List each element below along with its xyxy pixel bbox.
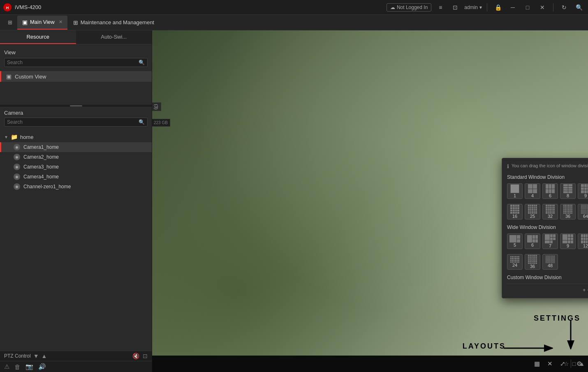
div-label-32: 32: [548, 214, 553, 219]
camera-label-3: Camera3_home: [23, 164, 59, 170]
ptz-bar: PTZ Control ▼ ▲ 🔇 ⊡: [0, 351, 152, 361]
camera-search-container: 🔍: [0, 118, 152, 132]
cam-status-icon-3: ◉: [14, 164, 20, 170]
restore-button[interactable]: □: [522, 2, 533, 13]
grid-icon[interactable]: ⊞: [3, 16, 16, 29]
ptz-down-arrow[interactable]: ▼: [33, 353, 39, 359]
panel-tab-autoswitch[interactable]: Auto-Swi...: [76, 30, 152, 44]
custom-division-title: Custom Window Division: [507, 275, 588, 280]
wide-btn-12[interactable]: 12: [578, 233, 588, 249]
monitor-button[interactable]: ⊡: [449, 2, 461, 13]
minimize-button[interactable]: ─: [507, 2, 519, 13]
folder-home[interactable]: ▼ 📁 home: [0, 132, 152, 142]
view-section: View 🔍: [0, 44, 152, 71]
div-btn-25[interactable]: 25: [525, 204, 540, 220]
video-toolbar: ▦ ✕ ⤢ ⚙: [152, 356, 588, 372]
square-icon[interactable]: □: [572, 360, 576, 367]
settings-arrow-down: [563, 321, 579, 349]
camera-item-4[interactable]: ◉ Camera4_home: [0, 172, 152, 182]
cloud-label: Not Logged In: [397, 5, 428, 10]
popup-info-text: You can drag the icon of window division…: [512, 163, 588, 168]
ptz-title: PTZ Control ▼ ▲: [4, 353, 47, 359]
tab-close-icon[interactable]: ✕: [59, 19, 63, 25]
delete-icon[interactable]: 🗑: [14, 363, 21, 370]
div-btn-36[interactable]: 36: [560, 204, 576, 220]
div-label-36: 36: [565, 214, 570, 219]
cloud-button[interactable]: ☁ Not Logged In: [387, 3, 431, 12]
wide-label-7: 7: [549, 243, 551, 248]
admin-chevron-icon: ▾: [479, 5, 482, 10]
resize-divider[interactable]: [0, 104, 152, 107]
counter-value: (3): [152, 102, 161, 111]
standard-division-grid-row2: 16 25: [507, 204, 588, 220]
camera-item-5[interactable]: ◉ Channel-zero1_home: [0, 182, 152, 192]
panel-tab-resource[interactable]: Resource: [0, 30, 76, 44]
action-bar: ⚠ 🗑 📷 🔊: [0, 361, 152, 372]
close-video-button[interactable]: ✕: [545, 359, 555, 369]
tab-main-label: Main View: [30, 19, 55, 25]
div-btn-6[interactable]: 6: [542, 183, 558, 199]
camera-item-3[interactable]: ◉ Camera3_home: [0, 162, 152, 172]
folder-icon: 📁: [11, 134, 18, 140]
lock-button[interactable]: 🔒: [492, 2, 504, 13]
wide-btn-5[interactable]: 5: [507, 233, 523, 249]
ptz-up-arrow[interactable]: ▲: [42, 353, 47, 359]
tab-main-view[interactable]: ▣ Main View ✕: [17, 16, 67, 30]
cam-status-icon-5: ◉: [14, 183, 20, 190]
wide-btn-48[interactable]: 48: [542, 254, 558, 270]
admin-button[interactable]: admin ▾: [464, 5, 482, 10]
div-label-8: 8: [567, 193, 569, 198]
add-button[interactable]: + + Add: [583, 287, 588, 293]
cam-status-icon-1: ◉: [14, 144, 20, 150]
wide-label-9: 9: [567, 243, 569, 248]
admin-label: admin: [464, 5, 478, 10]
left-panel: Resource Auto-Swi... View 🔍 ▣ Custom Vie…: [0, 30, 152, 372]
div-label-1: 1: [514, 193, 516, 198]
div-btn-32[interactable]: 32: [542, 204, 558, 220]
div-btn-16[interactable]: 16: [507, 204, 523, 220]
camera-label-4: Camera4_home: [23, 174, 59, 180]
wide-btn-24[interactable]: 24: [507, 254, 523, 270]
close-button[interactable]: ✕: [537, 2, 548, 13]
camera-search-box[interactable]: 🔍: [4, 118, 148, 127]
tab-maintenance[interactable]: ⊞ Maintenance and Management: [68, 16, 159, 30]
div-btn-64[interactable]: 64: [578, 204, 588, 220]
wide-btn-9[interactable]: 9: [560, 233, 576, 249]
ptz-label: PTZ Control: [4, 353, 31, 359]
list-view-button[interactable]: ≡: [435, 2, 446, 13]
volume-icon[interactable]: 🔇: [132, 353, 139, 359]
wide-division-grid-row2: 24 36: [507, 254, 588, 270]
div-btn-4[interactable]: 4: [525, 183, 540, 199]
refresh-button[interactable]: ↻: [558, 2, 570, 13]
tab-bar: ⊞ ▣ Main View ✕ ⊞ Maintenance and Manage…: [0, 15, 588, 30]
view-item-custom[interactable]: ▣ Custom View: [0, 71, 152, 82]
wide-btn-7[interactable]: 7: [542, 233, 558, 249]
camera-label-5: Channel-zero1_home: [23, 184, 71, 189]
wide-btn-6[interactable]: 6: [525, 233, 540, 249]
search-title-button[interactable]: 🔍: [573, 2, 585, 13]
layout-grid-button[interactable]: ▦: [532, 359, 542, 369]
cam-status-icon-4: ◉: [14, 173, 20, 180]
view-search-input[interactable]: [7, 60, 139, 65]
warning-icon[interactable]: ⚠: [4, 363, 9, 370]
camera-item-2[interactable]: ◉ Camera2_home: [0, 152, 152, 162]
div-btn-1[interactable]: 1: [507, 183, 523, 199]
wide-label-5: 5: [514, 243, 516, 247]
up-icon[interactable]: ▲: [579, 360, 585, 367]
div-btn-8[interactable]: 8: [560, 183, 576, 199]
audio-icon[interactable]: 🔊: [38, 363, 46, 370]
camera-item-1[interactable]: ◉ Camera1_home: [0, 142, 152, 152]
camera-section: Camera 🔍 ▼ 📁 home ◉ Camera1_home: [0, 107, 152, 351]
wide-btn-36w[interactable]: 36: [525, 254, 540, 270]
record-icon[interactable]: ⊡: [143, 353, 148, 359]
star-icon[interactable]: ☆: [564, 360, 569, 367]
camera-add-icon[interactable]: 📷: [25, 363, 33, 370]
wide-division-title: Wide Window Division: [507, 224, 588, 230]
separator2: [553, 3, 553, 12]
camera-search-input[interactable]: [7, 119, 139, 125]
camera-list: ▼ 📁 home ◉ Camera1_home ◉ Camera2_home ◉…: [0, 132, 152, 351]
view-search-box[interactable]: 🔍: [4, 58, 148, 67]
div-btn-9[interactable]: 9: [578, 183, 588, 199]
camera-search-icon: 🔍: [139, 119, 145, 125]
cam-status-icon-2: ◉: [14, 154, 20, 160]
